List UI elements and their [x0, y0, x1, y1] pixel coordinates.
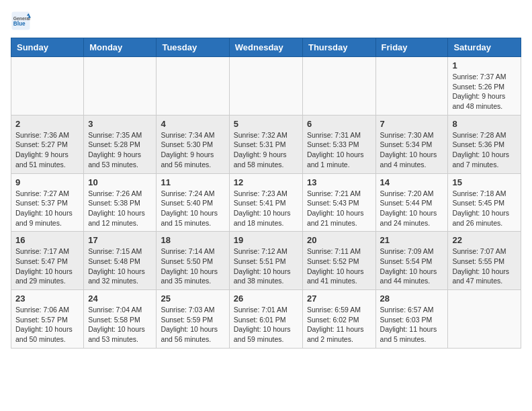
calendar-cell: 23Sunrise: 7:06 AM Sunset: 5:57 PM Dayli… — [11, 290, 84, 349]
day-info: Sunrise: 7:36 AM Sunset: 5:27 PM Dayligh… — [15, 130, 79, 170]
calendar-cell: 28Sunrise: 6:57 AM Sunset: 6:03 PM Dayli… — [375, 290, 448, 349]
calendar-cell: 26Sunrise: 7:01 AM Sunset: 6:01 PM Dayli… — [229, 290, 302, 349]
calendar-cell: 27Sunrise: 6:59 AM Sunset: 6:02 PM Dayli… — [302, 290, 375, 349]
calendar-cell: 10Sunrise: 7:26 AM Sunset: 5:38 PM Dayli… — [84, 173, 157, 232]
day-number: 23 — [15, 293, 79, 304]
calendar-week-1: 1Sunrise: 7:37 AM Sunset: 5:26 PM Daylig… — [11, 57, 521, 116]
day-number: 14 — [380, 177, 444, 187]
day-info: Sunrise: 7:26 AM Sunset: 5:38 PM Dayligh… — [88, 189, 152, 228]
day-info: Sunrise: 7:11 AM Sunset: 5:52 PM Dayligh… — [307, 246, 371, 286]
day-number: 16 — [15, 235, 79, 245]
day-number: 13 — [307, 177, 371, 187]
calendar-cell: 1Sunrise: 7:37 AM Sunset: 5:26 PM Daylig… — [448, 57, 521, 116]
day-number: 9 — [15, 177, 79, 187]
day-info: Sunrise: 7:31 AM Sunset: 5:33 PM Dayligh… — [307, 130, 371, 170]
calendar-cell — [229, 57, 302, 116]
day-info: Sunrise: 7:12 AM Sunset: 5:51 PM Dayligh… — [234, 246, 298, 286]
day-number: 6 — [307, 119, 371, 129]
weekday-header-thursday: Thursday — [302, 38, 375, 57]
day-number: 3 — [88, 119, 152, 129]
day-info: Sunrise: 6:57 AM Sunset: 6:03 PM Dayligh… — [380, 305, 444, 345]
calendar-cell — [11, 57, 84, 116]
calendar-cell: 20Sunrise: 7:11 AM Sunset: 5:52 PM Dayli… — [302, 232, 375, 290]
weekday-header-monday: Monday — [84, 38, 157, 57]
calendar-cell: 13Sunrise: 7:21 AM Sunset: 5:43 PM Dayli… — [302, 173, 375, 232]
calendar-cell: 9Sunrise: 7:27 AM Sunset: 5:37 PM Daylig… — [11, 173, 84, 232]
day-number: 2 — [15, 119, 79, 129]
day-number: 12 — [234, 177, 298, 187]
weekday-header-sunday: Sunday — [11, 38, 84, 57]
day-number: 17 — [88, 235, 152, 245]
calendar-cell: 25Sunrise: 7:03 AM Sunset: 5:59 PM Dayli… — [157, 290, 229, 349]
day-number: 20 — [307, 235, 371, 245]
day-info: Sunrise: 7:17 AM Sunset: 5:47 PM Dayligh… — [15, 246, 79, 286]
day-info: Sunrise: 7:23 AM Sunset: 5:41 PM Dayligh… — [234, 189, 298, 228]
calendar-table: SundayMondayTuesdayWednesdayThursdayFrid… — [11, 38, 521, 349]
calendar-cell — [448, 290, 521, 349]
day-info: Sunrise: 7:06 AM Sunset: 5:57 PM Dayligh… — [15, 305, 79, 345]
day-number: 25 — [161, 293, 224, 304]
logo: General Blue — [11, 11, 34, 31]
day-number: 19 — [234, 235, 298, 245]
day-number: 8 — [452, 119, 517, 129]
calendar-cell: 21Sunrise: 7:09 AM Sunset: 5:54 PM Dayli… — [375, 232, 448, 290]
day-info: Sunrise: 7:21 AM Sunset: 5:43 PM Dayligh… — [307, 189, 371, 228]
calendar-header-row: SundayMondayTuesdayWednesdayThursdayFrid… — [11, 38, 521, 57]
day-info: Sunrise: 7:27 AM Sunset: 5:37 PM Dayligh… — [15, 189, 79, 228]
day-number: 15 — [452, 177, 517, 187]
calendar-cell: 14Sunrise: 7:20 AM Sunset: 5:44 PM Dayli… — [375, 173, 448, 232]
weekday-header-tuesday: Tuesday — [157, 38, 229, 57]
day-info: Sunrise: 7:30 AM Sunset: 5:34 PM Dayligh… — [380, 130, 444, 170]
day-info: Sunrise: 7:34 AM Sunset: 5:30 PM Dayligh… — [161, 130, 224, 170]
weekday-header-friday: Friday — [375, 38, 448, 57]
calendar-cell: 15Sunrise: 7:18 AM Sunset: 5:45 PM Dayli… — [448, 173, 521, 232]
calendar-cell: 2Sunrise: 7:36 AM Sunset: 5:27 PM Daylig… — [11, 115, 84, 173]
weekday-header-saturday: Saturday — [448, 38, 521, 57]
calendar-cell — [84, 57, 157, 116]
day-number: 21 — [380, 235, 444, 245]
calendar-cell: 4Sunrise: 7:34 AM Sunset: 5:30 PM Daylig… — [157, 115, 229, 173]
svg-text:Blue: Blue — [13, 21, 26, 27]
calendar-cell: 3Sunrise: 7:35 AM Sunset: 5:28 PM Daylig… — [84, 115, 157, 173]
calendar-cell: 22Sunrise: 7:07 AM Sunset: 5:55 PM Dayli… — [448, 232, 521, 290]
day-number: 26 — [234, 293, 298, 304]
day-number: 18 — [161, 235, 224, 245]
day-info: Sunrise: 7:35 AM Sunset: 5:28 PM Dayligh… — [88, 130, 152, 170]
day-info: Sunrise: 7:07 AM Sunset: 5:55 PM Dayligh… — [452, 246, 517, 286]
day-info: Sunrise: 7:18 AM Sunset: 5:45 PM Dayligh… — [452, 189, 517, 228]
calendar-cell: 24Sunrise: 7:04 AM Sunset: 5:58 PM Dayli… — [84, 290, 157, 349]
calendar-cell: 19Sunrise: 7:12 AM Sunset: 5:51 PM Dayli… — [229, 232, 302, 290]
day-number: 27 — [307, 293, 371, 304]
day-info: Sunrise: 7:03 AM Sunset: 5:59 PM Dayligh… — [161, 305, 224, 345]
calendar-cell: 16Sunrise: 7:17 AM Sunset: 5:47 PM Dayli… — [11, 232, 84, 290]
day-info: Sunrise: 7:24 AM Sunset: 5:40 PM Dayligh… — [161, 189, 224, 228]
day-info: Sunrise: 6:59 AM Sunset: 6:02 PM Dayligh… — [307, 305, 371, 345]
calendar-cell — [157, 57, 229, 116]
calendar-week-2: 2Sunrise: 7:36 AM Sunset: 5:27 PM Daylig… — [11, 115, 521, 173]
day-info: Sunrise: 7:32 AM Sunset: 5:31 PM Dayligh… — [234, 130, 298, 170]
calendar-week-3: 9Sunrise: 7:27 AM Sunset: 5:37 PM Daylig… — [11, 173, 521, 232]
day-info: Sunrise: 7:14 AM Sunset: 5:50 PM Dayligh… — [161, 246, 224, 286]
calendar-body: 1Sunrise: 7:37 AM Sunset: 5:26 PM Daylig… — [11, 57, 521, 349]
page-header: General Blue — [11, 11, 521, 31]
day-number: 1 — [452, 60, 517, 71]
day-number: 22 — [452, 235, 517, 245]
day-number: 24 — [88, 293, 152, 304]
day-info: Sunrise: 7:04 AM Sunset: 5:58 PM Dayligh… — [88, 305, 152, 345]
day-number: 7 — [380, 119, 444, 129]
svg-text:General: General — [13, 16, 30, 21]
day-number: 11 — [161, 177, 224, 187]
calendar-cell: 5Sunrise: 7:32 AM Sunset: 5:31 PM Daylig… — [229, 115, 302, 173]
calendar-cell: 12Sunrise: 7:23 AM Sunset: 5:41 PM Dayli… — [229, 173, 302, 232]
day-number: 5 — [234, 119, 298, 129]
calendar-cell: 18Sunrise: 7:14 AM Sunset: 5:50 PM Dayli… — [157, 232, 229, 290]
calendar-week-4: 16Sunrise: 7:17 AM Sunset: 5:47 PM Dayli… — [11, 232, 521, 290]
day-info: Sunrise: 7:15 AM Sunset: 5:48 PM Dayligh… — [88, 246, 152, 286]
day-number: 10 — [88, 177, 152, 187]
calendar-cell: 17Sunrise: 7:15 AM Sunset: 5:48 PM Dayli… — [84, 232, 157, 290]
calendar-cell — [302, 57, 375, 116]
day-number: 4 — [161, 119, 224, 129]
logo-icon: General Blue — [11, 11, 31, 31]
calendar-cell — [375, 57, 448, 116]
day-info: Sunrise: 7:01 AM Sunset: 6:01 PM Dayligh… — [234, 305, 298, 345]
